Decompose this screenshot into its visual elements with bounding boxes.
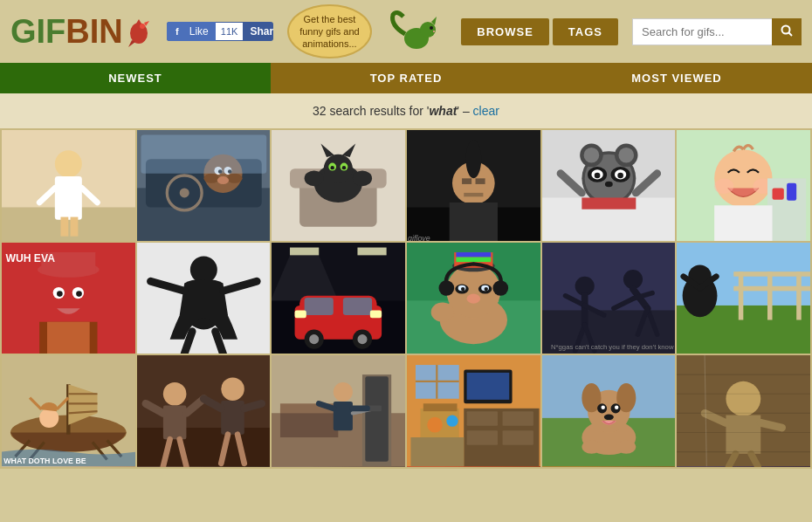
gif-item-5[interactable] bbox=[542, 130, 676, 241]
svg-rect-156 bbox=[797, 271, 802, 319]
svg-point-26 bbox=[179, 188, 189, 197]
svg-rect-109 bbox=[343, 298, 372, 315]
gif-item-12[interactable] bbox=[677, 243, 810, 354]
gif-item-13[interactable]: WHAT DOTH LOVE BE bbox=[2, 355, 135, 466]
svg-rect-214 bbox=[467, 431, 498, 446]
search-input[interactable] bbox=[632, 18, 772, 45]
gif-item-14[interactable] bbox=[137, 355, 271, 466]
svg-text:WHAT DOTH LOVE BE: WHAT DOTH LOVE BE bbox=[3, 457, 86, 465]
gif-item-7[interactable]: WUH EVA bbox=[2, 243, 135, 354]
svg-point-29 bbox=[227, 174, 243, 183]
svg-rect-73 bbox=[581, 197, 636, 209]
svg-point-46 bbox=[342, 166, 346, 169]
gif-item-17[interactable] bbox=[542, 355, 676, 466]
tab-most-viewed[interactable]: MOST VIEWED bbox=[541, 63, 812, 93]
gif-item-16[interactable] bbox=[407, 355, 540, 466]
svg-rect-81 bbox=[773, 188, 784, 199]
tab-top-rated[interactable]: TOP RATED bbox=[271, 63, 541, 93]
logo-gif: GIF bbox=[10, 13, 65, 50]
gif-image-9 bbox=[272, 243, 405, 354]
svg-rect-177 bbox=[137, 428, 271, 466]
svg-rect-199 bbox=[334, 402, 353, 431]
promo-bubble: Get the best funny gifs and animations..… bbox=[287, 4, 373, 59]
gif-item-18[interactable] bbox=[677, 355, 810, 466]
fb-like-button[interactable]: f Like bbox=[167, 22, 216, 41]
svg-rect-115 bbox=[370, 311, 382, 319]
svg-point-234 bbox=[616, 441, 636, 454]
svg-text:WUH EVA: WUH EVA bbox=[5, 252, 55, 264]
svg-rect-83 bbox=[714, 205, 772, 241]
tags-button[interactable]: TAGS bbox=[553, 18, 618, 45]
svg-rect-103 bbox=[290, 248, 319, 256]
gif-item-15[interactable] bbox=[272, 355, 405, 466]
svg-point-112 bbox=[309, 334, 319, 344]
svg-line-13 bbox=[789, 32, 793, 36]
svg-point-96 bbox=[190, 257, 217, 284]
search-button[interactable] bbox=[772, 18, 802, 45]
svg-point-219 bbox=[446, 416, 458, 427]
gif-item-11[interactable]: N*ggas can't catch you if they don't kno… bbox=[542, 243, 676, 354]
clear-link[interactable]: clear bbox=[473, 104, 499, 118]
svg-marker-3 bbox=[144, 21, 149, 26]
svg-rect-20 bbox=[60, 217, 68, 237]
gif-image-11: N*ggas can't catch you if they don't kno… bbox=[542, 243, 676, 354]
gif-item-2[interactable] bbox=[137, 130, 271, 241]
svg-point-130 bbox=[461, 287, 464, 291]
svg-rect-56 bbox=[450, 203, 498, 241]
gif-item-6[interactable] bbox=[677, 130, 810, 241]
gif-image-17 bbox=[542, 355, 676, 466]
svg-rect-114 bbox=[295, 311, 306, 319]
squirrel-icon bbox=[386, 8, 447, 56]
gif-item-4[interactable]: giflove bbox=[407, 130, 540, 241]
svg-point-72 bbox=[618, 148, 634, 163]
gif-image-18 bbox=[677, 355, 810, 466]
svg-rect-108 bbox=[305, 298, 334, 315]
svg-point-113 bbox=[358, 334, 368, 344]
gif-item-9[interactable] bbox=[272, 243, 405, 354]
svg-point-124 bbox=[439, 280, 455, 296]
squirrel-area bbox=[386, 8, 447, 56]
svg-rect-17 bbox=[55, 176, 82, 220]
browse-button[interactable]: BROWSE bbox=[461, 18, 549, 45]
svg-point-11 bbox=[433, 31, 435, 32]
gif-image-12 bbox=[677, 243, 810, 354]
header: GIFBIN f Like 11K Share Get the best fun… bbox=[0, 0, 812, 63]
fb-like-share[interactable]: f Like 11K Share bbox=[167, 22, 273, 41]
gif-item-1[interactable] bbox=[2, 130, 135, 241]
svg-point-90 bbox=[57, 292, 63, 298]
gif-image-16 bbox=[407, 355, 540, 466]
svg-point-47 bbox=[305, 170, 324, 186]
svg-point-218 bbox=[427, 417, 443, 433]
promo-area: Get the best funny gifs and animations..… bbox=[287, 4, 373, 59]
gif-image-4: giflove bbox=[407, 130, 540, 241]
svg-point-10 bbox=[430, 26, 433, 30]
gif-image-10 bbox=[407, 243, 540, 354]
search-info-bar: 32 search results for 'what' – clear bbox=[0, 93, 812, 128]
svg-point-231 bbox=[615, 406, 618, 409]
nav-buttons: BROWSE TAGS bbox=[461, 18, 618, 45]
fb-like-label: Like bbox=[189, 25, 209, 38]
svg-point-233 bbox=[581, 441, 601, 454]
svg-point-12 bbox=[782, 25, 790, 33]
fb-share-label[interactable]: Share bbox=[243, 22, 272, 41]
search-area bbox=[632, 18, 802, 45]
svg-point-232 bbox=[603, 415, 613, 421]
svg-rect-93 bbox=[47, 322, 90, 354]
gif-image-2 bbox=[137, 130, 271, 241]
svg-rect-210 bbox=[467, 373, 510, 400]
logo: GIFBIN bbox=[10, 13, 153, 51]
svg-point-91 bbox=[76, 292, 82, 298]
svg-text:N*ggas can't catch you if they: N*ggas can't catch you if they don't kno… bbox=[551, 343, 676, 351]
svg-text:f: f bbox=[175, 26, 179, 37]
gif-image-14 bbox=[137, 355, 271, 466]
svg-point-184 bbox=[221, 378, 244, 402]
svg-rect-215 bbox=[503, 431, 533, 446]
tab-newest[interactable]: NEWEST bbox=[0, 63, 271, 93]
gif-item-8[interactable] bbox=[137, 243, 271, 354]
gif-image-6 bbox=[677, 130, 810, 241]
gif-item-3[interactable] bbox=[272, 130, 405, 241]
svg-rect-123 bbox=[456, 258, 491, 263]
svg-point-40 bbox=[324, 155, 353, 183]
gif-image-7: WUH EVA bbox=[2, 243, 135, 354]
gif-item-10[interactable] bbox=[407, 243, 540, 354]
